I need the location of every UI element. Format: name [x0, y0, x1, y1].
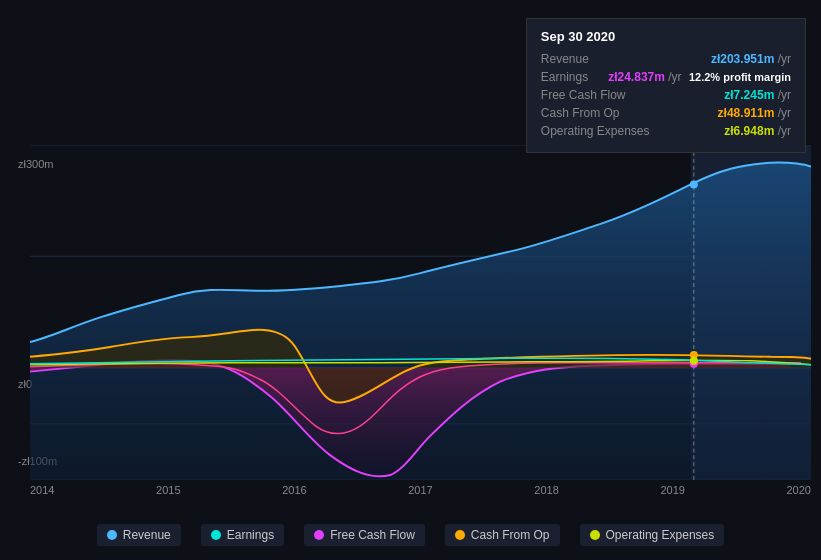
tooltip-value-cfo: zł48.911m /yr	[718, 106, 791, 120]
x-tick-2019: 2019	[660, 484, 684, 496]
tooltip-row-earnings: Earnings zł24.837m /yr 12.2% profit marg…	[541, 70, 791, 84]
legend: Revenue Earnings Free Cash Flow Cash Fro…	[0, 524, 821, 546]
legend-item-opex[interactable]: Operating Expenses	[580, 524, 725, 546]
x-axis: 2014 2015 2016 2017 2018 2019 2020	[30, 484, 811, 496]
opex-legend-dot	[590, 530, 600, 540]
revenue-legend-label: Revenue	[123, 528, 171, 542]
tooltip-label-opex: Operating Expenses	[541, 124, 650, 138]
x-tick-2014: 2014	[30, 484, 54, 496]
legend-item-cfo[interactable]: Cash From Op	[445, 524, 560, 546]
tooltip-label-cfo: Cash From Op	[541, 106, 620, 120]
revenue-dot	[690, 180, 698, 188]
earnings-legend-dot	[211, 530, 221, 540]
earnings-legend-label: Earnings	[227, 528, 274, 542]
opex-dot	[690, 357, 698, 365]
x-tick-2017: 2017	[408, 484, 432, 496]
fcf-legend-label: Free Cash Flow	[330, 528, 415, 542]
tooltip-value-fcf: zł7.245m /yr	[724, 88, 791, 102]
chart-area	[30, 145, 811, 480]
tooltip-value-earnings: zł24.837m /yr 12.2% profit margin	[608, 70, 791, 84]
tooltip-label-earnings: Earnings	[541, 70, 588, 84]
revenue-legend-dot	[107, 530, 117, 540]
legend-item-fcf[interactable]: Free Cash Flow	[304, 524, 425, 546]
x-tick-2015: 2015	[156, 484, 180, 496]
x-tick-2018: 2018	[534, 484, 558, 496]
tooltip-row-fcf: Free Cash Flow zł7.245m /yr	[541, 88, 791, 102]
tooltip-row-revenue: Revenue zł203.951m /yr	[541, 52, 791, 66]
cfo-legend-dot	[455, 530, 465, 540]
opex-legend-label: Operating Expenses	[606, 528, 715, 542]
x-tick-2020: 2020	[786, 484, 810, 496]
x-tick-2016: 2016	[282, 484, 306, 496]
fcf-legend-dot	[314, 530, 324, 540]
tooltip-label-fcf: Free Cash Flow	[541, 88, 626, 102]
chart-container: Sep 30 2020 Revenue zł203.951m /yr Earni…	[0, 0, 821, 560]
tooltip-title: Sep 30 2020	[541, 29, 791, 44]
tooltip-box: Sep 30 2020 Revenue zł203.951m /yr Earni…	[526, 18, 806, 153]
legend-item-earnings[interactable]: Earnings	[201, 524, 284, 546]
tooltip-row-cfo: Cash From Op zł48.911m /yr	[541, 106, 791, 120]
tooltip-row-opex: Operating Expenses zł6.948m /yr	[541, 124, 791, 138]
chart-svg	[30, 145, 811, 480]
tooltip-label-revenue: Revenue	[541, 52, 589, 66]
tooltip-value-opex: zł6.948m /yr	[724, 124, 791, 138]
tooltip-value-revenue: zł203.951m /yr	[711, 52, 791, 66]
cfo-legend-label: Cash From Op	[471, 528, 550, 542]
legend-item-revenue[interactable]: Revenue	[97, 524, 181, 546]
